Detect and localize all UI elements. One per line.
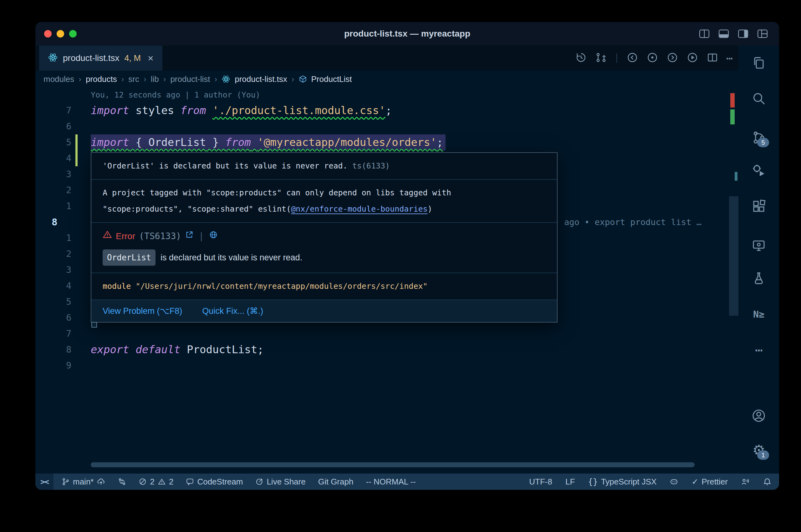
quick-fix-link[interactable]: Quick Fix... (⌘.) (202, 305, 263, 317)
git-actions-icon[interactable] (595, 52, 607, 65)
breadcrumb-item-src[interactable]: src (128, 74, 139, 84)
settings-gear-icon[interactable]: ⚙ 1 (751, 442, 767, 458)
run-and-debug-icon[interactable] (751, 163, 767, 178)
encoding-indicator[interactable]: UTF-8 (529, 477, 552, 487)
bell-icon[interactable] (763, 477, 771, 486)
chevron-right-icon: › (122, 74, 124, 84)
hover-resize-grip[interactable] (91, 322, 97, 327)
eslint-rule-link[interactable]: @nx/enforce-module-boundaries (291, 205, 428, 213)
react-icon (48, 53, 58, 64)
prettier-status-item[interactable]: ✓ Prettier (691, 477, 728, 487)
breadcrumb-item-lib[interactable]: lib (151, 74, 159, 84)
source-control-graph-icon[interactable]: 5 (751, 130, 767, 145)
line-number: 7 (35, 326, 71, 342)
breadcrumb-symbol[interactable]: ProductList (311, 74, 352, 84)
overview-ruler[interactable] (729, 88, 739, 474)
remote-indicator[interactable]: >< (35, 474, 54, 490)
explorer-copy-icon[interactable] (751, 55, 767, 70)
compare-branches-item[interactable] (118, 478, 126, 486)
chevron-right-icon: › (144, 74, 146, 84)
tab-product-list[interactable]: product-list.tsx 4, M × (39, 46, 162, 71)
breadcrumb-item-modules[interactable]: modules (43, 74, 74, 84)
toggle-panel-icon[interactable] (718, 29, 729, 38)
branch-status-item[interactable]: main* (62, 477, 106, 487)
line-number: 7 (35, 102, 71, 118)
more-actions-icon[interactable]: ⋯ (727, 52, 733, 64)
timeline-history-icon[interactable] (575, 52, 587, 65)
breadcrumb-item-product-list[interactable]: product-list (170, 74, 210, 84)
remote-explorer-icon[interactable] (751, 238, 767, 253)
chevron-right-icon: › (163, 74, 166, 84)
feedback-icon[interactable] (741, 477, 750, 486)
warning-count: 2 (169, 477, 174, 487)
live-share-icon (255, 478, 263, 486)
customize-layout-icon[interactable] (757, 29, 768, 38)
scrollbar-thumb[interactable] (729, 196, 739, 316)
copilot-icon[interactable] (670, 477, 678, 486)
codestream-icon (186, 478, 194, 486)
current-line-number: 8 (35, 214, 71, 230)
toggle-secondary-sidebar-icon[interactable] (738, 29, 748, 38)
warning-triangle-icon (103, 230, 112, 243)
nx-console-icon[interactable]: N≥ (751, 306, 767, 322)
tab-close-icon[interactable]: × (148, 53, 153, 64)
zoom-window-button[interactable] (69, 30, 77, 38)
hover-error-section: Error(TS6133) | OrderList is declared bu… (91, 222, 557, 272)
code-line[interactable]: import styles from './product-list.modul… (91, 102, 392, 118)
tab-problems-modified-badge: 4, M (125, 54, 141, 63)
line-number: 2 (35, 246, 71, 262)
close-window-button[interactable] (44, 30, 52, 38)
gitlens-inline-blame: ago • export product list … (564, 214, 726, 230)
globe-icon[interactable] (209, 230, 218, 243)
settings-badge: 1 (757, 451, 769, 460)
check-icon: ✓ (691, 477, 698, 487)
additional-views-icon[interactable]: ⋯ (751, 342, 767, 358)
symbol-cube-icon (299, 75, 307, 83)
line-number: 8 (35, 342, 71, 358)
codestream-label: CodeStream (197, 477, 243, 487)
split-editor-layout-icon[interactable] (699, 29, 710, 38)
hover-error-code: (TS6133) (139, 230, 181, 243)
account-icon[interactable] (751, 408, 767, 423)
error-circle-slash-icon (139, 478, 147, 486)
split-editor-icon[interactable] (707, 52, 718, 65)
hover-ts-message: 'OrderList' is declared but its value is… (103, 161, 352, 170)
language-mode-indicator[interactable]: {} TypeScript JSX (588, 477, 656, 487)
live-share-status-item[interactable]: Live Share (255, 477, 305, 487)
next-change-icon[interactable] (667, 52, 678, 65)
line-number: 1 (35, 230, 71, 246)
git-graph-status-item[interactable]: Git Graph (318, 477, 353, 487)
cloud-upload-icon (97, 477, 106, 486)
code-line[interactable]: import { OrderList } from '@myreactapp/m… (91, 134, 445, 150)
vim-mode-indicator[interactable]: -- NORMAL -- (366, 477, 416, 487)
hover-error-label: Error (116, 230, 135, 243)
symbol-badge: OrderList (103, 249, 156, 266)
ruler-error-mark (730, 93, 735, 108)
minimize-window-button[interactable] (57, 30, 64, 38)
breadcrumb-file[interactable]: product-list.tsx (235, 74, 287, 84)
vscode-window: product-list.tsx — myreactapp product-li… (35, 22, 779, 490)
gitlens-code-lens[interactable]: You, 12 seconds ago | 1 author (You) (91, 88, 260, 102)
hover-pipe-separator: | (199, 230, 204, 243)
code-line[interactable]: export default ProductList; (91, 342, 264, 358)
extensions-icon[interactable] (751, 198, 767, 214)
line-number: 1 (35, 198, 71, 214)
search-icon[interactable] (751, 91, 767, 106)
line-number: 4 (35, 150, 71, 166)
line-number: 5 (35, 134, 71, 150)
horizontal-scrollbar[interactable] (91, 462, 695, 467)
view-problem-link[interactable]: View Problem (⌥F8) (103, 305, 182, 317)
previous-change-icon[interactable] (626, 52, 638, 65)
open-changes-icon[interactable] (647, 52, 658, 65)
activity-bar: 5 N≥ ⋯ ⚙ 1 (739, 46, 779, 474)
run-file-icon[interactable] (687, 52, 698, 65)
eol-indicator[interactable]: LF (565, 477, 575, 487)
code-editor[interactable]: 76543218123456789 You, 12 seconds ago | … (35, 88, 739, 474)
open-external-icon[interactable] (185, 230, 194, 243)
tab-bar: product-list.tsx 4, M × ⋯ (35, 46, 739, 71)
line-number: 3 (35, 262, 71, 278)
problems-status-item[interactable]: 2 2 (139, 477, 174, 487)
breadcrumb-item-products[interactable]: products (86, 74, 117, 84)
codestream-status-item[interactable]: CodeStream (186, 477, 243, 487)
testing-flask-icon[interactable] (751, 270, 767, 286)
